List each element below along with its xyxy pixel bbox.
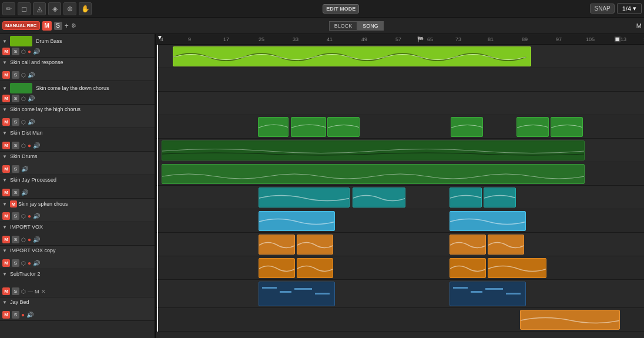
tool-pointer[interactable]: ✏ (2, 2, 15, 15)
mute-button[interactable]: M (2, 236, 10, 243)
mute-button[interactable]: M (2, 259, 10, 267)
track-arrow[interactable]: ▼ (2, 300, 7, 305)
volume-icon[interactable]: 🔊 (21, 166, 28, 172)
audio-clip[interactable] (173, 46, 531, 66)
rec-button[interactable]: ● (28, 213, 31, 219)
track-arrow[interactable]: ▼ (2, 272, 7, 277)
track-arrow[interactable]: ▼ (2, 107, 7, 112)
rec-button[interactable]: ● (28, 260, 31, 266)
audio-clip[interactable] (259, 188, 350, 208)
tool-zoom[interactable]: ⊕ (63, 2, 76, 15)
audio-clip[interactable] (450, 235, 486, 255)
rec-button[interactable]: ● (21, 312, 25, 318)
song-tab[interactable]: SONG (357, 21, 384, 31)
rec-button[interactable]: ● (28, 142, 31, 149)
volume-icon[interactable]: 🔊 (33, 142, 40, 149)
quantize-display[interactable]: 1/4 ▾ (617, 3, 642, 14)
audio-clip[interactable] (162, 164, 585, 184)
audio-clip[interactable] (297, 235, 333, 255)
audio-clip[interactable] (162, 140, 585, 160)
track-arrow[interactable]: ▼ (2, 154, 7, 159)
solo-button[interactable]: S (12, 95, 19, 102)
volume-icon[interactable]: 🔊 (33, 213, 40, 219)
track-arrow[interactable]: ▼ (2, 39, 7, 44)
s-badge[interactable]: S (54, 22, 62, 30)
rec-button[interactable]: ● (28, 48, 31, 55)
add-track-button[interactable]: + (65, 22, 69, 30)
track-arrow[interactable]: ▼ (2, 178, 7, 183)
edit-mode-button[interactable]: EDIT MODE (323, 4, 359, 14)
volume-icon[interactable]: 🔊 (28, 119, 35, 125)
minus-icon[interactable]: — (28, 289, 33, 295)
midi-clip[interactable] (450, 282, 526, 306)
track-arrow[interactable]: ▼ (2, 86, 7, 91)
volume-icon[interactable]: 🔊 (21, 189, 28, 196)
audio-clip[interactable] (259, 211, 335, 231)
solo-button[interactable]: S (12, 71, 19, 79)
mute-button[interactable]: M (2, 311, 10, 319)
audio-clip[interactable] (450, 211, 526, 231)
rec-button[interactable]: ● (28, 236, 31, 243)
snap-button[interactable]: SNAP (590, 4, 614, 14)
volume-icon[interactable]: 🔊 (33, 236, 40, 243)
solo-button[interactable]: S (12, 142, 19, 149)
tool-draw[interactable]: ◬ (33, 2, 46, 15)
audio-clip[interactable] (450, 258, 486, 278)
audio-clip[interactable] (520, 310, 620, 330)
mute-button[interactable]: M (2, 95, 10, 102)
m-badge[interactable]: M (42, 21, 52, 31)
track-arrow[interactable]: ▼ (2, 202, 7, 207)
solo-button[interactable]: S (12, 259, 19, 267)
volume-icon[interactable]: 🔊 (33, 48, 40, 55)
close-icon[interactable]: ✕ (41, 289, 46, 295)
audio-clip[interactable] (258, 117, 289, 137)
solo-button[interactable]: S (12, 118, 19, 126)
midi-icon: ⬡ (21, 237, 26, 243)
tool-erase[interactable]: ◈ (48, 2, 61, 15)
volume-icon[interactable]: 🔊 (26, 312, 33, 318)
tool-hand[interactable]: ✋ (79, 2, 92, 15)
audio-clip[interactable] (291, 117, 326, 137)
volume-icon[interactable]: 🔊 (28, 72, 35, 78)
audio-clip[interactable] (259, 258, 295, 278)
audio-clip[interactable] (259, 235, 295, 255)
audio-clip[interactable] (488, 258, 546, 278)
mute-button[interactable]: M (2, 189, 10, 196)
mute-button[interactable]: M (2, 165, 10, 173)
solo-button[interactable]: S (12, 189, 19, 196)
solo-button[interactable]: S (12, 236, 19, 243)
mute-button[interactable]: M (2, 212, 10, 220)
audio-clip[interactable] (327, 117, 360, 137)
mute-button[interactable]: M (2, 142, 10, 149)
solo-button[interactable]: S (12, 287, 19, 295)
mute-button[interactable]: M (2, 118, 10, 126)
track-controls: M S ⬡ 🔊 (2, 71, 152, 79)
svg-rect-0 (262, 287, 277, 289)
audio-clip[interactable] (297, 258, 333, 278)
volume-icon[interactable]: 🔊 (28, 95, 35, 102)
solo-button[interactable]: S (12, 165, 19, 173)
track-arrow[interactable]: ▼ (2, 130, 7, 136)
audio-clip[interactable] (551, 117, 583, 137)
settings-icon[interactable]: ⚙ (71, 22, 76, 29)
tool-select[interactable]: ◻ (18, 2, 31, 15)
track-arrow[interactable]: ▼ (2, 60, 7, 65)
midi-clip[interactable] (259, 282, 335, 306)
track-arrow[interactable]: ▼ (2, 225, 7, 230)
solo-button[interactable]: S (12, 212, 19, 220)
block-tab[interactable]: BLOCK (329, 21, 358, 31)
mute-button[interactable]: M (2, 48, 10, 55)
audio-clip[interactable] (488, 235, 524, 255)
audio-clip[interactable] (353, 188, 405, 208)
manual-rec-button[interactable]: MANUAL REC (2, 21, 40, 30)
audio-clip[interactable] (484, 188, 516, 208)
volume-icon[interactable]: 🔊 (33, 260, 40, 266)
solo-button[interactable]: S (12, 48, 19, 55)
audio-clip[interactable] (450, 188, 482, 208)
audio-clip[interactable] (516, 117, 549, 137)
solo-button[interactable]: S (12, 311, 19, 319)
audio-clip[interactable] (451, 117, 483, 137)
mute-button[interactable]: M (2, 71, 10, 79)
mute-button[interactable]: M (2, 287, 10, 295)
track-arrow[interactable]: ▼ (2, 248, 7, 253)
